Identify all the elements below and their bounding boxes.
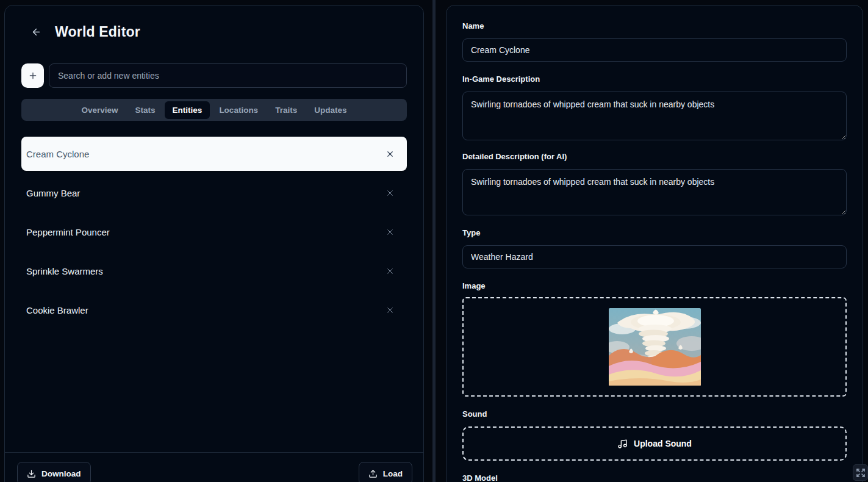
close-icon — [386, 189, 395, 198]
remove-entity-button[interactable] — [382, 303, 397, 317]
entity-search-input[interactable] — [49, 63, 407, 88]
image-field-group: Image — [462, 282, 847, 397]
entity-search-row — [21, 63, 407, 88]
entity-item-gummy-bear[interactable]: Gummy Bear — [21, 176, 407, 210]
tab-stats[interactable]: Stats — [127, 101, 163, 119]
type-field-group: Type — [462, 229, 847, 268]
sound-label: Sound — [462, 410, 847, 419]
tab-locations[interactable]: Locations — [211, 101, 266, 119]
back-button[interactable] — [28, 24, 44, 40]
close-icon — [386, 267, 395, 276]
tab-entities[interactable]: Entities — [165, 101, 210, 119]
close-icon — [386, 306, 395, 315]
name-input[interactable] — [462, 38, 847, 62]
panel-header: World Editor — [28, 24, 407, 40]
music-note-icon — [617, 439, 628, 449]
world-editor-panel: World Editor Overview Stats Entities Loc… — [4, 5, 424, 482]
arrow-left-icon — [31, 27, 41, 37]
entity-item-peppermint-pouncer[interactable]: Peppermint Pouncer — [21, 215, 407, 249]
remove-entity-button[interactable] — [382, 264, 397, 278]
entity-name: Cookie Brawler — [26, 305, 382, 315]
page-title: World Editor — [55, 24, 140, 40]
entity-item-cream-cyclone[interactable]: Cream Cyclone — [21, 137, 407, 171]
detailed-description-textarea[interactable]: Swirling tornadoes of whipped cream that… — [462, 169, 847, 215]
remove-entity-button[interactable] — [382, 225, 397, 239]
upload-sound-label: Upload Sound — [634, 439, 692, 448]
entity-name: Cream Cyclone — [26, 149, 382, 159]
tab-overview[interactable]: Overview — [74, 101, 126, 119]
upload-sound-button[interactable]: Upload Sound — [462, 426, 847, 461]
detailed-description-group: Detailed Description (for AI) Swirling t… — [462, 153, 847, 215]
detailed-description-label: Detailed Description (for AI) — [462, 153, 847, 161]
expand-icon — [856, 468, 866, 478]
fullscreen-button[interactable] — [853, 464, 868, 481]
name-label: Name — [462, 22, 847, 31]
image-dropzone[interactable] — [462, 297, 847, 397]
entity-list: Cream Cyclone Gummy Bear Peppermint Poun… — [21, 137, 407, 327]
add-entity-button[interactable] — [21, 63, 44, 88]
entity-image — [609, 308, 701, 386]
close-icon — [386, 149, 395, 159]
section-tabbar: Overview Stats Entities Locations Traits… — [21, 99, 407, 121]
download-button[interactable]: Download — [17, 462, 91, 482]
entity-name: Sprinkle Swarmers — [26, 266, 382, 276]
ingame-description-label: In-Game Description — [462, 75, 847, 84]
type-input[interactable] — [462, 245, 847, 268]
entity-item-sprinkle-swarmers[interactable]: Sprinkle Swarmers — [21, 254, 407, 288]
panel-scrollbar[interactable] — [432, 0, 436, 482]
ingame-description-group: In-Game Description Swirling tornadoes o… — [462, 75, 847, 140]
plus-icon — [28, 71, 38, 81]
load-label: Load — [383, 469, 403, 478]
ingame-description-textarea[interactable]: Swirling tornadoes of whipped cream that… — [462, 92, 847, 140]
download-icon — [27, 469, 36, 478]
remove-entity-button[interactable] — [382, 146, 397, 161]
model-label: 3D Model — [462, 474, 847, 482]
upload-icon — [368, 469, 378, 478]
download-label: Download — [41, 469, 81, 478]
entity-name: Peppermint Pouncer — [26, 227, 382, 237]
load-button[interactable]: Load — [359, 462, 412, 482]
entity-name: Gummy Bear — [26, 188, 382, 198]
type-label: Type — [462, 229, 847, 237]
entity-detail-panel: Name In-Game Description Swirling tornad… — [446, 5, 863, 482]
panel-footer: Download Load — [5, 452, 423, 482]
entity-item-cookie-brawler[interactable]: Cookie Brawler — [21, 293, 407, 327]
close-icon — [386, 228, 395, 237]
name-field-group: Name — [462, 22, 847, 62]
tab-traits[interactable]: Traits — [267, 101, 305, 119]
tab-updates[interactable]: Updates — [306, 101, 354, 119]
image-label: Image — [462, 282, 847, 290]
sound-field-group: Sound Upload Sound — [462, 410, 847, 461]
remove-entity-button[interactable] — [382, 185, 397, 200]
